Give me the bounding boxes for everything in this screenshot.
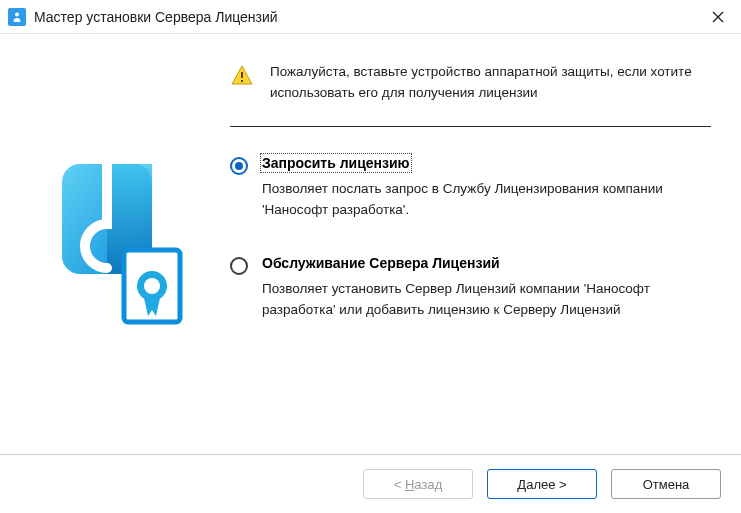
option-body: Запросить лицензию Позволяет послать зап…: [262, 155, 711, 221]
wizard-content: Пожалуйста, вставьте устройство аппаратн…: [0, 34, 741, 454]
option-title-request: Запросить лицензию: [262, 155, 410, 171]
app-icon: [8, 8, 26, 26]
option-maintain-server[interactable]: Обслуживание Сервера Лицензий Позволяет …: [230, 255, 711, 321]
left-pane: [0, 34, 230, 454]
option-body: Обслуживание Сервера Лицензий Позволяет …: [262, 255, 711, 321]
option-request-license[interactable]: Запросить лицензию Позволяет послать зап…: [230, 155, 711, 221]
right-pane: Пожалуйста, вставьте устройство аппаратн…: [230, 34, 741, 454]
option-desc-request: Позволяет послать запрос в Службу Лиценз…: [262, 179, 711, 221]
svg-rect-5: [241, 72, 243, 78]
svg-point-4: [144, 278, 160, 294]
wizard-button-bar: < Назад Далее > Отмена: [0, 454, 741, 513]
next-button[interactable]: Далее >: [487, 469, 597, 499]
window-title: Мастер установки Сервера Лицензий: [34, 9, 695, 25]
warning-icon: [230, 64, 254, 88]
svg-point-0: [15, 12, 19, 16]
notice-text: Пожалуйста, вставьте устройство аппаратн…: [270, 62, 711, 104]
option-desc-maintain: Позволяет установить Сервер Лицензий ком…: [262, 279, 711, 321]
radio-request-license[interactable]: [230, 157, 248, 175]
titlebar: Мастер установки Сервера Лицензий: [0, 0, 741, 34]
option-title-maintain: Обслуживание Сервера Лицензий: [262, 255, 500, 271]
svg-rect-6: [241, 80, 243, 82]
radio-maintain-server[interactable]: [230, 257, 248, 275]
cancel-button[interactable]: Отмена: [611, 469, 721, 499]
close-icon: [712, 11, 724, 23]
hardware-key-notice: Пожалуйста, вставьте устройство аппаратн…: [230, 62, 711, 127]
back-button: < Назад: [363, 469, 473, 499]
product-logo: [40, 154, 190, 334]
wizard-options: Запросить лицензию Позволяет послать зап…: [230, 127, 711, 321]
close-button[interactable]: [695, 0, 741, 34]
